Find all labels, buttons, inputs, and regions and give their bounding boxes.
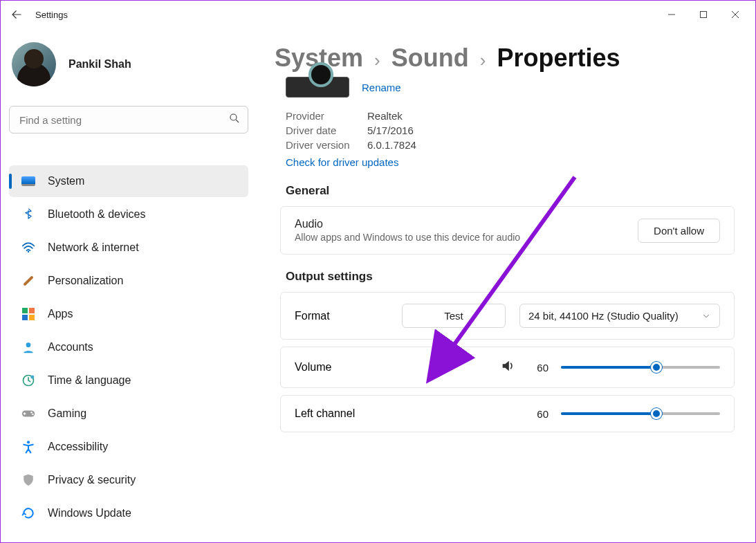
search-input[interactable] [9,106,248,134]
clock-icon [19,372,38,389]
accessibility-icon [19,439,38,455]
sidebar-item-accessibility[interactable]: Accessibility [9,431,248,463]
section-output: Output settings [286,270,735,284]
volume-label: Volume [295,361,331,374]
sidebar-item-label: Apps [48,308,73,320]
chevron-right-icon: › [480,50,486,71]
svg-line-3 [236,120,239,122]
sidebar-item-label: Personalization [48,275,123,287]
left-channel-slider[interactable] [561,407,720,421]
rename-link[interactable]: Rename [362,82,401,93]
left-channel-label: Left channel [295,407,355,420]
wifi-icon [19,239,38,256]
sidebar-item-accounts[interactable]: Accounts [9,331,248,363]
maximize-button[interactable] [688,3,719,26]
user-row[interactable]: Pankil Shah [9,35,248,106]
content: System › Sound › Properties Rename Provi… [257,28,755,542]
sidebar-item-apps[interactable]: Apps [9,298,248,330]
driver-version-value: 6.0.1.7824 [367,139,735,151]
driver-version-label: Driver version [286,139,367,151]
bluetooth-icon [19,206,38,223]
search-icon [228,112,241,127]
driver-date-value: 5/17/2016 [367,125,735,136]
search-field[interactable] [19,114,220,126]
chevron-down-icon [701,311,711,321]
breadcrumb-sound[interactable]: Sound [391,44,469,73]
audio-subtitle: Allow apps and Windows to use this devic… [295,232,520,243]
sidebar-item-privacy[interactable]: Privacy & security [9,464,248,496]
svg-point-11 [27,441,30,443]
driver-info: ProviderRealtek Driver date5/17/2016 Dri… [286,110,735,151]
minimize-icon [667,10,676,19]
sidebar-item-bluetooth[interactable]: Bluetooth & devices [9,199,248,230]
svg-rect-1 [701,12,707,18]
breadcrumb: System › Sound › Properties [275,44,735,73]
chevron-right-icon: › [374,50,380,71]
svg-point-10 [32,414,33,415]
volume-value: 60 [528,362,548,374]
svg-point-2 [230,114,237,120]
provider-label: Provider [286,110,367,122]
svg-point-7 [30,376,34,379]
speaker-icon[interactable] [500,358,515,376]
system-icon [19,173,38,190]
sidebar-item-time[interactable]: Time & language [9,365,248,396]
breadcrumb-properties: Properties [497,44,620,73]
close-icon [731,10,739,19]
user-name: Pankil Shah [68,58,131,71]
update-icon [19,505,38,522]
gamepad-icon [19,405,38,422]
test-button[interactable]: Test [402,304,506,328]
audio-card: Audio Allow apps and Windows to use this… [280,206,735,255]
provider-value: Realtek [367,110,735,122]
sidebar-item-label: Bluetooth & devices [48,208,145,221]
format-dropdown[interactable]: 24 bit, 44100 Hz (Studio Quality) [519,304,720,328]
check-updates-link[interactable]: Check for driver updates [286,156,398,168]
sidebar-item-system[interactable]: System [9,165,248,197]
back-button[interactable] [5,3,28,26]
left-channel-value: 60 [528,408,548,420]
audio-title: Audio [295,218,520,230]
sidebar-item-label: Accounts [48,341,93,353]
arrow-left-icon [10,8,23,21]
maximize-icon [699,10,708,19]
svg-point-5 [26,342,31,347]
avatar [12,42,56,86]
close-button[interactable] [719,3,751,26]
svg-point-9 [30,412,32,413]
titlebar: Settings [1,1,755,28]
sidebar-item-update[interactable]: Windows Update [9,497,248,529]
format-card: Format Test 24 bit, 44100 Hz (Studio Qua… [280,292,735,340]
sidebar-item-label: Time & language [48,374,131,387]
shield-icon [19,472,38,488]
sidebar-item-label: Windows Update [48,507,131,519]
format-label: Format [295,310,330,322]
nav: System Bluetooth & devices Network & int… [9,165,248,529]
sidebar-item-label: Gaming [48,407,86,420]
apps-icon [19,306,38,322]
sidebar-item-gaming[interactable]: Gaming [9,398,248,430]
person-icon [19,339,38,356]
volume-slider[interactable] [561,360,720,374]
sidebar-item-personalization[interactable]: Personalization [9,265,248,297]
sidebar-item-label: Privacy & security [48,474,136,486]
format-value: 24 bit, 44100 Hz (Studio Quality) [528,310,679,322]
volume-card: Volume 60 [280,347,735,388]
app-title: Settings [35,10,68,20]
sidebar-item-label: Network & internet [48,241,139,254]
driver-date-label: Driver date [286,125,367,136]
svg-point-4 [28,251,30,253]
sidebar-item-label: System [48,175,84,187]
sidebar: Pankil Shah System Bluetooth & devices N… [1,28,257,542]
device-thumbnail [286,77,349,98]
minimize-button[interactable] [656,3,688,26]
dont-allow-button[interactable]: Don't allow [638,219,720,243]
section-general: General [286,184,735,198]
sidebar-item-label: Accessibility [48,441,108,453]
sidebar-item-network[interactable]: Network & internet [9,232,248,264]
brush-icon [19,273,38,289]
left-channel-card: Left channel 60 [280,395,735,432]
